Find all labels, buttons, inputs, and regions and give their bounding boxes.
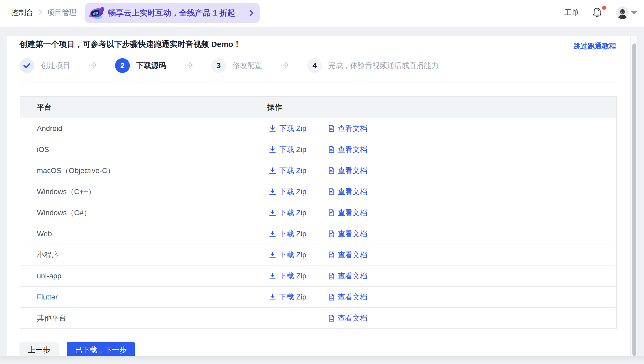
download-icon (269, 209, 276, 217)
previous-step-button[interactable]: 上一步 (19, 342, 59, 356)
download-zip-link[interactable]: 下载 Zip (267, 187, 329, 197)
view-docs-link[interactable]: 查看文档 (329, 313, 367, 323)
view-docs-link[interactable]: 查看文档 (329, 208, 367, 218)
download-zip-link[interactable]: 下载 Zip (267, 250, 329, 260)
view-docs-link[interactable]: 查看文档 (329, 229, 367, 239)
platform-cell: uni-app (20, 265, 250, 286)
table-row: 小程序 下载 Zip 查看文档 (20, 244, 616, 265)
view-docs-label: 查看文档 (338, 313, 367, 323)
promo-arrow-icon (250, 10, 254, 16)
platform-name: Android (37, 124, 62, 133)
download-zip-link[interactable]: 下载 Zip (267, 229, 329, 239)
view-docs-link[interactable]: 查看文档 (329, 187, 367, 197)
platform-name: Web (37, 230, 52, 238)
download-zip-link[interactable]: 下载 Zip (267, 208, 329, 218)
table-row: macOS（Objective-C） 下载 Zip 查看文档 (20, 160, 616, 181)
skip-tutorial-link[interactable]: 跳过跑通教程 (573, 38, 616, 54)
platform-name: macOS（Objective-C） (37, 166, 115, 176)
download-icon (269, 188, 276, 195)
view-docs-label: 查看文档 (338, 124, 367, 134)
promo-banner-text: 畅享云上实时互动，全线产品 1 折起 (108, 3, 235, 23)
platform-cell: iOS (20, 139, 250, 160)
platform-name: iOS (37, 145, 49, 154)
wizard-stepper: 创建项目 2 下载源码 3 修改配置 4 完成，体验音视频通话或直播能力 (7, 58, 630, 73)
download-zip-link[interactable]: 下载 Zip (267, 292, 329, 302)
step-3-circle: 3 (211, 58, 226, 73)
platform-table: 平台 操作 Android 下载 Zip 查看文档 iOS 下载 Zip (20, 96, 617, 329)
column-header-platform: 平台 (20, 97, 250, 118)
view-docs-link[interactable]: 查看文档 (329, 166, 367, 176)
document-icon (329, 209, 334, 217)
view-docs-link[interactable]: 查看文档 (329, 292, 367, 302)
platform-cell: Windows（C++） (20, 181, 250, 202)
actions-cell: 下载 Zip 查看文档 (250, 139, 616, 160)
top-navigation-bar: 控制台 项目管理 新春 (0, 0, 644, 27)
download-zip-label: 下载 Zip (279, 292, 306, 302)
step-4-label: 完成，体验音视频通话或直播能力 (328, 58, 439, 73)
step-1-check-icon (23, 63, 30, 68)
document-icon (329, 146, 334, 153)
downloaded-next-step-button[interactable]: 已下载，下一步 (67, 342, 135, 356)
platform-cell: 小程序 (20, 244, 250, 265)
download-zip-label: 下载 Zip (279, 145, 306, 155)
view-docs-label: 查看文档 (338, 145, 367, 155)
download-zip-link[interactable]: 下载 Zip (267, 124, 329, 134)
section-divider (20, 82, 617, 82)
table-row: Android 下载 Zip 查看文档 (20, 118, 616, 139)
download-icon (269, 293, 276, 301)
view-docs-label: 查看文档 (338, 166, 367, 176)
view-docs-label: 查看文档 (338, 271, 367, 281)
scrollbar-thumb[interactable] (632, 43, 636, 356)
ticket-link[interactable]: 工单 (564, 0, 579, 25)
column-header-actions: 操作 (250, 97, 616, 118)
download-zip-label: 下载 Zip (279, 271, 306, 281)
bell-icon (593, 7, 602, 18)
notification-bell-button[interactable] (593, 7, 606, 20)
download-icon (269, 125, 276, 132)
download-icon (269, 272, 276, 280)
actions-cell: 下载 Zip 查看文档 (250, 223, 616, 244)
document-icon (329, 314, 334, 322)
platform-cell: Android (20, 118, 250, 139)
view-docs-link[interactable]: 查看文档 (329, 271, 367, 281)
table-row: Windows（C#） 下载 Zip 查看文档 (20, 202, 616, 223)
download-zip-link[interactable]: 下载 Zip (267, 145, 329, 155)
document-icon (329, 251, 334, 259)
view-docs-link[interactable]: 查看文档 (329, 145, 367, 155)
document-icon (329, 272, 334, 280)
document-icon (329, 167, 334, 174)
view-docs-label: 查看文档 (338, 187, 367, 197)
document-icon (329, 188, 334, 195)
platform-name: uni-app (37, 272, 61, 280)
step-arrow-icon (88, 62, 97, 68)
view-docs-label: 查看文档 (338, 292, 367, 302)
download-zip-link[interactable]: 下载 Zip (267, 271, 329, 281)
promo-banner[interactable]: 新春 畅享云上实时互动，全线产品 1 折起 (85, 3, 260, 23)
breadcrumb-item-project-management[interactable]: 项目管理 (47, 0, 77, 25)
download-zip-label: 下载 Zip (279, 208, 306, 218)
platform-cell: 其他平台 (20, 308, 250, 328)
step-arrow-icon (280, 62, 289, 68)
platform-cell: macOS（Objective-C） (20, 160, 250, 181)
breadcrumb-item-console[interactable]: 控制台 (11, 0, 33, 25)
download-icon (269, 251, 276, 259)
view-docs-label: 查看文档 (338, 229, 367, 239)
download-zip-label: 下载 Zip (279, 187, 306, 197)
table-header-row: 平台 操作 (20, 97, 616, 118)
platform-name: Windows（C++） (37, 187, 96, 197)
actions-cell: 下载 Zip 查看文档 (250, 308, 616, 328)
document-icon (329, 125, 334, 132)
download-zip-link[interactable]: 下载 Zip (267, 166, 329, 176)
account-caret-down-icon[interactable] (631, 11, 637, 15)
platform-name: 小程序 (37, 250, 59, 260)
actions-cell: 下载 Zip 查看文档 (250, 118, 616, 139)
view-docs-link[interactable]: 查看文档 (329, 250, 367, 260)
user-avatar[interactable] (616, 6, 629, 19)
table-row: Flutter 下载 Zip 查看文档 (20, 286, 616, 307)
download-zip-label: 下载 Zip (279, 229, 306, 239)
table-row: 其他平台 下载 Zip 查看文档 (20, 307, 616, 328)
actions-cell: 下载 Zip 查看文档 (250, 160, 616, 181)
promo-gift-icon: 新春 (89, 6, 105, 19)
view-docs-link[interactable]: 查看文档 (329, 124, 367, 134)
scrollbar-track[interactable] (630, 36, 637, 356)
